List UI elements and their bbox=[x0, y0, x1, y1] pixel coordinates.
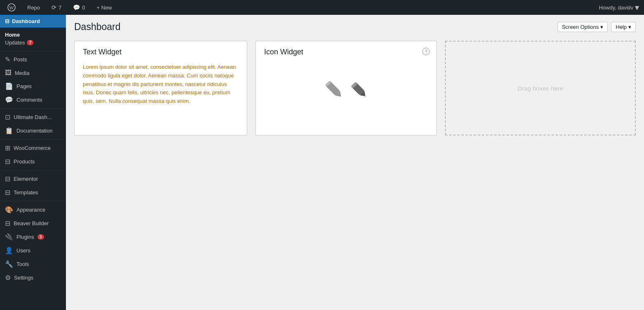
settings-label: Settings bbox=[14, 275, 33, 281]
text-widget-content: Lorem ipsum dolor sit amet, consectetuer… bbox=[75, 61, 247, 114]
comments-icon: 💬 bbox=[73, 4, 80, 11]
howdy-text: Howdy, davidv bbox=[599, 5, 633, 11]
icon-widget-card: Icon Widget ? bbox=[255, 41, 437, 135]
sidebar-item-products[interactable]: ⊟ Products bbox=[0, 155, 66, 168]
sidebar-item-media[interactable]: 🖼 Media bbox=[0, 66, 66, 79]
updates-badge: 7 bbox=[27, 40, 33, 45]
icon-widget-help-button[interactable]: ? bbox=[422, 48, 430, 55]
wp-logo-icon: W bbox=[7, 3, 16, 12]
help-chevron: ▾ bbox=[628, 24, 631, 30]
page-actions: Screen Options ▾ Help ▾ bbox=[557, 22, 636, 32]
media-icon: 🖼 bbox=[5, 69, 12, 77]
documentation-icon: 📋 bbox=[5, 127, 13, 135]
help-button[interactable]: Help ▾ bbox=[611, 22, 636, 32]
dashboard-label: Dashboard bbox=[12, 18, 40, 24]
icon-widget-icon-area bbox=[256, 61, 436, 118]
help-label: Help bbox=[616, 24, 627, 30]
new-label: + New bbox=[97, 5, 112, 11]
updates-count: 7 bbox=[59, 5, 61, 11]
sidebar-home-section: Home Updates 7 bbox=[0, 28, 66, 49]
comments-label: Comments bbox=[16, 97, 42, 103]
templates-icon: ⊟ bbox=[5, 189, 10, 196]
icon-widget-title: Icon Widget bbox=[256, 41, 436, 61]
appearance-label: Appearance bbox=[16, 207, 45, 213]
plugins-icon: 🔌 bbox=[5, 233, 13, 241]
sidebar-item-documentation[interactable]: 📋 Documentation bbox=[0, 124, 66, 138]
beaver-builder-label: Beaver Builder bbox=[14, 220, 49, 226]
admin-bar: W Repo ⟳ 7 💬 0 + New Howdy, davidv ▾ bbox=[0, 0, 644, 15]
pages-label: Pages bbox=[16, 83, 32, 89]
sidebar-item-posts[interactable]: ✎ Posts bbox=[0, 53, 66, 66]
sidebar-item-comments[interactable]: 💬 Comments bbox=[0, 93, 66, 107]
sidebar-item-settings[interactable]: ⚙ Settings bbox=[0, 271, 66, 284]
tools-icon: 🔧 bbox=[5, 260, 13, 268]
sidebar-home-link[interactable]: Home bbox=[5, 31, 61, 39]
settings-icon: ⚙ bbox=[5, 274, 11, 282]
woocommerce-icon: ⊞ bbox=[5, 144, 10, 152]
plugins-badge: 3 bbox=[37, 234, 44, 240]
users-label: Users bbox=[16, 247, 30, 254]
sidebar-item-plugins[interactable]: 🔌 Plugins 3 bbox=[0, 230, 66, 244]
elementor-label: Elementor bbox=[14, 176, 38, 182]
pencil-svg bbox=[346, 77, 371, 102]
sidebar-divider-5 bbox=[0, 201, 66, 201]
sidebar-item-users[interactable]: 👤 Users bbox=[0, 244, 66, 257]
appearance-icon: 🎨 bbox=[5, 206, 13, 214]
updates-item[interactable]: ⟳ 7 bbox=[49, 2, 64, 12]
sidebar-item-beaver-builder[interactable]: ⊟ Beaver Builder bbox=[0, 217, 66, 230]
comments-icon: 💬 bbox=[5, 96, 13, 104]
new-item[interactable]: + New bbox=[94, 3, 115, 12]
products-label: Products bbox=[14, 158, 35, 165]
posts-icon: ✎ bbox=[5, 56, 10, 63]
page-title: Dashboard bbox=[74, 21, 121, 33]
drag-zone-text: Drag boxes here bbox=[518, 85, 563, 92]
sidebar: ⊟ Dashboard Home Updates 7 ✎ Posts 🖼 Med… bbox=[0, 15, 66, 310]
templates-label: Templates bbox=[14, 189, 38, 196]
plugins-label: Plugins bbox=[16, 234, 34, 240]
svg-text:W: W bbox=[9, 5, 14, 11]
comments-item[interactable]: 💬 0 bbox=[70, 2, 87, 12]
site-name-item[interactable]: Repo bbox=[25, 3, 42, 12]
updates-label: Updates bbox=[5, 40, 25, 46]
posts-label: Posts bbox=[14, 56, 27, 63]
sidebar-item-elementor[interactable]: ⊟ Elementor bbox=[0, 172, 66, 186]
screen-options-button[interactable]: Screen Options ▾ bbox=[557, 22, 608, 32]
sidebar-item-ultimate-dash[interactable]: ⊡ Ultimate Dash... bbox=[0, 110, 66, 124]
media-label: Media bbox=[15, 70, 29, 76]
dashboard-content: Text Widget Lorem ipsum dolor sit amet, … bbox=[66, 37, 644, 144]
text-widget-title: Text Widget bbox=[75, 41, 247, 61]
products-icon: ⊟ bbox=[5, 158, 10, 165]
sidebar-item-woocommerce[interactable]: ⊞ WooCommerce bbox=[0, 141, 66, 155]
wp-logo-item[interactable]: W bbox=[5, 2, 18, 13]
dashboard-icon: ⊟ bbox=[5, 18, 9, 24]
ultimate-dash-icon: ⊡ bbox=[5, 113, 10, 121]
sidebar-divider-2 bbox=[0, 108, 66, 109]
site-name: Repo bbox=[27, 5, 40, 11]
tools-label: Tools bbox=[16, 261, 29, 267]
main-content: Dashboard Screen Options ▾ Help ▾ Text W… bbox=[66, 15, 644, 310]
sidebar-divider-4 bbox=[0, 170, 66, 170]
screen-options-label: Screen Options bbox=[562, 24, 599, 30]
elementor-icon: ⊟ bbox=[5, 175, 10, 183]
sidebar-divider-3 bbox=[0, 139, 66, 140]
sidebar-item-templates[interactable]: ⊟ Templates bbox=[0, 186, 66, 199]
ultimate-dash-label: Ultimate Dash... bbox=[14, 114, 52, 120]
users-icon: 👤 bbox=[5, 247, 13, 254]
widgets-row: Text Widget Lorem ipsum dolor sit amet, … bbox=[74, 41, 636, 135]
sidebar-item-tools[interactable]: 🔧 Tools bbox=[0, 257, 66, 271]
sidebar-item-dashboard[interactable]: ⊟ Dashboard bbox=[0, 15, 66, 28]
admin-bar-right: Howdy, davidv ▾ bbox=[599, 2, 639, 12]
sidebar-updates-link[interactable]: Updates 7 bbox=[5, 39, 61, 47]
woocommerce-label: WooCommerce bbox=[14, 145, 51, 151]
sidebar-item-pages[interactable]: 📄 Pages bbox=[0, 79, 66, 93]
screen-options-chevron: ▾ bbox=[600, 24, 603, 30]
help-question-mark: ? bbox=[425, 49, 427, 54]
pages-icon: 📄 bbox=[5, 82, 13, 90]
text-widget-card: Text Widget Lorem ipsum dolor sit amet, … bbox=[74, 41, 247, 135]
drag-zone[interactable]: Drag boxes here bbox=[445, 41, 636, 135]
user-avatar-icon: ▾ bbox=[635, 2, 639, 12]
sidebar-item-appearance[interactable]: 🎨 Appearance bbox=[0, 203, 66, 217]
pencil-icon bbox=[321, 77, 346, 102]
comments-count: 0 bbox=[82, 5, 85, 11]
page-header: Dashboard Screen Options ▾ Help ▾ bbox=[66, 15, 644, 37]
